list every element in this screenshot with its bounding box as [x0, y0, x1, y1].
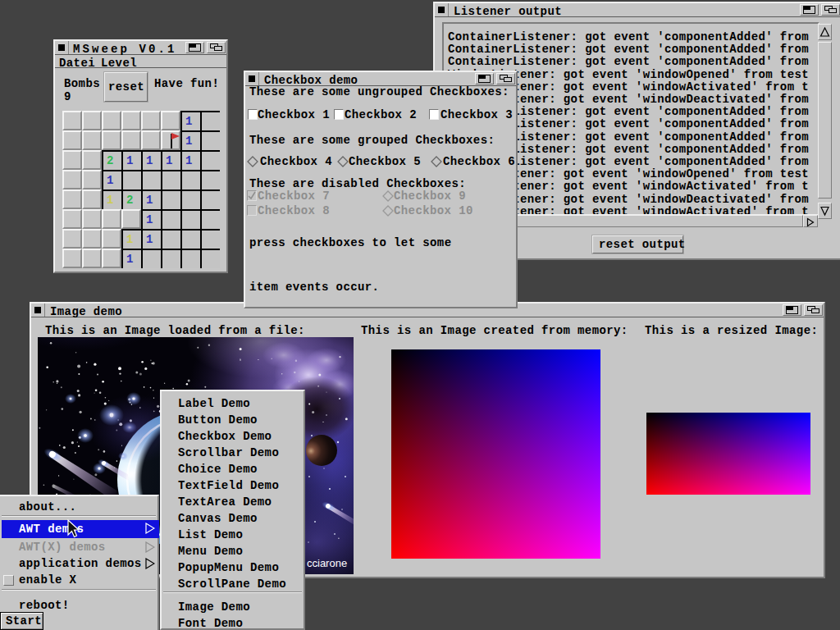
svg-text:cciarone: cciarone: [307, 557, 347, 569]
